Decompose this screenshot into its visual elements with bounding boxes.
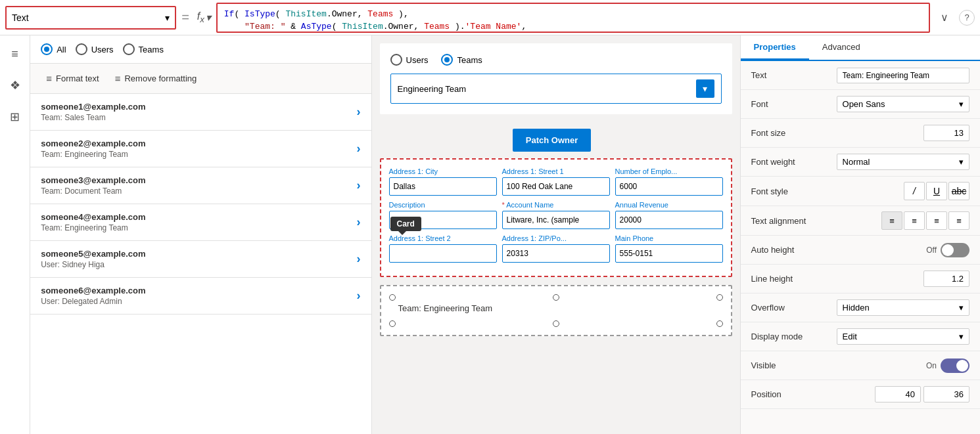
list-item[interactable]: someone3@example.com Team: Document Team… (30, 167, 371, 204)
format-toolbar: ≡ Format text ≡ Remove formatting (30, 64, 371, 94)
props-label-font-size: Font size (751, 128, 837, 138)
radio-users-circle (76, 43, 87, 55)
owner-radio-teams[interactable]: Teams (441, 54, 482, 66)
strikethrough-button[interactable]: abc (948, 182, 969, 200)
form-field-label: Address 1: Street 1 (502, 167, 610, 175)
patch-owner-container: Patch Owner (372, 129, 740, 152)
handle-bl[interactable] (389, 320, 396, 327)
list-item[interactable]: someone6@example.com User: Delegated Adm… (30, 278, 371, 315)
list-item-team: User: Delegated Admin (41, 297, 145, 306)
font-size-input[interactable] (923, 125, 969, 141)
align-left-button[interactable]: ≡ (881, 211, 902, 230)
position-y-input[interactable] (923, 386, 969, 402)
filter-all-label: All (57, 45, 66, 54)
form-field-input[interactable] (615, 177, 723, 196)
radio-owner-users-circle (390, 54, 402, 66)
filter-users[interactable]: Users (76, 43, 114, 55)
list-item-content: someone2@example.com Team: Engineering T… (41, 139, 145, 159)
handle-tm[interactable] (553, 294, 559, 301)
form-field-input[interactable] (389, 244, 497, 263)
list-item[interactable]: someone4@example.com Team: Engineering T… (30, 204, 371, 241)
property-dropdown[interactable]: Text ▾ (5, 6, 176, 30)
list-item-team: User: Sidney Higa (41, 260, 145, 269)
sidebar-icons: ≡ ❖ ⊞ (0, 35, 30, 434)
list-item[interactable]: someone2@example.com Team: Engineering T… (30, 131, 371, 167)
underline-button[interactable]: U (926, 182, 947, 200)
owner-dropdown[interactable]: Engineering Team ▾ (390, 74, 722, 104)
list-item-email: someone2@example.com (41, 139, 145, 148)
sidebar-icon-components[interactable]: ❖ (5, 75, 26, 96)
props-row-overflow: Overflow Hidden ▾ (741, 293, 980, 322)
patch-owner-button[interactable]: Patch Owner (513, 129, 591, 152)
owner-teams-label: Teams (457, 55, 482, 65)
form-field: Main Phone (615, 234, 723, 263)
italic-button[interactable]: / (904, 182, 925, 200)
formula-expand-button[interactable]: ∨ (933, 6, 956, 30)
props-value-line-height (837, 271, 969, 287)
list-item-team: Team: Document Team (41, 186, 145, 196)
props-label-display-mode: Display mode (751, 332, 837, 341)
handle-bm[interactable] (553, 320, 559, 327)
list-item[interactable]: someone1@example.com Team: Sales Team › (30, 94, 371, 131)
position-x-input[interactable] (875, 386, 921, 402)
formula-code-box[interactable]: If( IsType( ThisItem.Owner, Teams ), "Te… (216, 3, 930, 33)
list-item-chevron-icon: › (357, 179, 361, 192)
text-label-area: Team: Engineering Team (380, 285, 732, 336)
form-field-input[interactable] (502, 211, 610, 229)
list-items: someone1@example.com Team: Sales Team › … (30, 94, 371, 434)
tab-advanced[interactable]: Advanced (809, 35, 874, 60)
list-item-chevron-icon: › (357, 105, 361, 119)
form-field-input[interactable] (502, 177, 610, 196)
handle-tr[interactable] (716, 294, 723, 301)
remove-formatting-icon: ≡ (115, 73, 121, 84)
auto-height-toggle[interactable] (941, 243, 969, 257)
form-field-label: Address 1: ZIP/Po... (502, 234, 610, 242)
owner-radio-row: Users Teams (390, 54, 722, 66)
display-mode-dropdown[interactable]: Edit ▾ (837, 328, 969, 345)
filter-all[interactable]: All (41, 43, 66, 55)
owner-dropdown-chevron: ▾ (696, 79, 714, 98)
list-item-team: Team: Sales Team (41, 113, 145, 122)
list-item[interactable]: someone5@example.com User: Sidney Higa › (30, 241, 371, 278)
text-label-value: Team: Engineering Team (398, 303, 493, 313)
overflow-value: Hidden (843, 303, 870, 313)
props-value-font-style: / U abc (837, 182, 969, 200)
font-value: Open Sans (843, 99, 885, 109)
list-item-content: someone5@example.com User: Sidney Higa (41, 249, 145, 269)
format-text-button[interactable]: ≡ Format text (38, 69, 107, 88)
font-weight-dropdown[interactable]: Normal ▾ (837, 154, 969, 170)
align-justify-button[interactable]: ≡ (948, 211, 969, 230)
expand-icon: ∨ (941, 11, 948, 24)
props-row-font-size: Font size (741, 119, 980, 148)
props-text-input[interactable] (837, 68, 969, 83)
align-right-button[interactable]: ≡ (926, 211, 947, 230)
owner-dropdown-value: Engineering Team (398, 84, 467, 94)
align-center-button[interactable]: ≡ (904, 211, 925, 230)
filter-teams[interactable]: Teams (123, 43, 164, 55)
format-text-icon: ≡ (46, 73, 52, 84)
tab-properties[interactable]: Properties (741, 35, 809, 60)
fx-button[interactable]: fx ▾ (195, 11, 214, 24)
visible-toggle[interactable] (941, 358, 969, 373)
owner-radio-users[interactable]: Users (390, 54, 429, 66)
props-row-position: Position (741, 380, 980, 409)
help-button[interactable]: ? (959, 10, 975, 26)
remove-formatting-button[interactable]: ≡ Remove formatting (107, 69, 205, 88)
sidebar-icon-menu[interactable]: ≡ (5, 43, 26, 64)
overflow-dropdown[interactable]: Hidden ▾ (837, 299, 969, 316)
form-field-input[interactable] (389, 177, 497, 196)
font-dropdown[interactable]: Open Sans ▾ (837, 96, 969, 112)
props-row-auto-height: Auto height Off (741, 236, 980, 265)
main-layout: ≡ ❖ ⊞ All Users Teams (0, 35, 980, 434)
handle-tl[interactable] (389, 294, 396, 301)
form-field-input[interactable] (502, 244, 610, 263)
form-field-input[interactable] (615, 244, 723, 263)
auto-height-label: Off (926, 246, 937, 255)
form-field-input[interactable] (615, 211, 723, 229)
handle-br[interactable] (716, 320, 723, 327)
list-item-team: Team: Engineering Team (41, 223, 145, 232)
sidebar-icon-grid[interactable]: ⊞ (5, 106, 26, 127)
line-height-input[interactable] (923, 271, 969, 287)
font-weight-value: Normal (843, 157, 870, 167)
props-row-display-mode: Display mode Edit ▾ (741, 322, 980, 351)
